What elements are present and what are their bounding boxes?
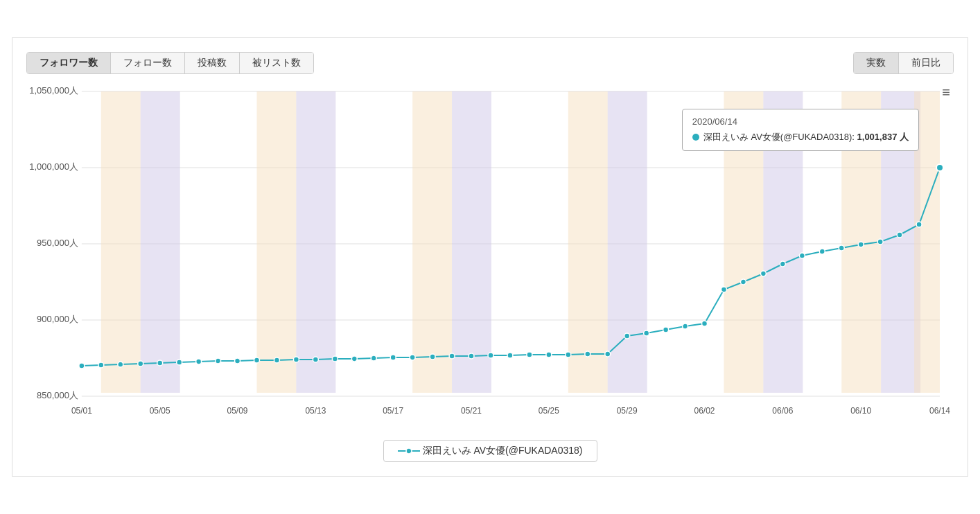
svg-text:1,050,000人: 1,050,000人 [29,85,78,96]
svg-point-27 [138,361,143,366]
svg-point-46 [507,353,513,358]
svg-point-41 [410,355,415,360]
svg-point-63 [839,245,844,251]
svg-point-82 [406,448,412,454]
svg-text:05/01: 05/01 [71,406,92,416]
svg-point-35 [293,357,299,362]
svg-rect-16 [452,91,491,396]
svg-point-45 [488,353,493,358]
svg-rect-14 [296,91,335,396]
svg-point-44 [469,353,474,359]
svg-point-47 [527,352,532,357]
svg-point-67 [916,222,922,227]
svg-point-26 [118,362,123,367]
svg-rect-12 [141,91,180,396]
svg-text:06/06: 06/06 [772,406,793,416]
svg-point-43 [449,353,455,359]
svg-point-65 [877,239,883,245]
chart-legend: 深田えいみ AV女優(@FUKADA0318) [383,440,597,462]
svg-point-42 [430,354,435,360]
svg-rect-20 [763,91,803,396]
svg-text:06/14: 06/14 [929,406,950,416]
tab-following[interactable]: フォロー数 [111,53,185,73]
svg-point-59 [760,271,766,276]
svg-point-58 [740,279,746,285]
legend-label: 深田えいみ AV女優(@FUKADA0318) [423,445,583,457]
svg-point-33 [254,357,260,363]
svg-point-61 [799,253,805,258]
legend-line-icon [398,446,420,456]
toolbar: フォロワー数 フォロー数 投稿数 被リスト数 実数 前日比 [26,52,954,74]
svg-rect-15 [412,91,452,396]
svg-rect-13 [257,91,297,396]
svg-text:05/25: 05/25 [539,406,559,416]
svg-rect-0 [82,88,940,393]
svg-text:1,000,000人: 1,000,000人 [29,161,78,172]
svg-text:850,000人: 850,000人 [37,390,78,400]
svg-point-62 [819,249,825,254]
svg-rect-19 [724,91,763,396]
svg-rect-17 [568,91,608,396]
svg-text:900,000人: 900,000人 [37,314,78,324]
tab-listed[interactable]: 被リスト数 [240,53,313,73]
svg-text:06/02: 06/02 [694,406,715,416]
svg-point-30 [196,359,202,364]
tab-delta[interactable]: 前日比 [899,53,953,73]
metric-tabs[interactable]: フォロワー数 フォロー数 投稿数 被リスト数 [26,52,314,74]
svg-point-57 [721,287,727,292]
svg-text:05/21: 05/21 [461,406,482,416]
svg-point-50 [585,351,590,357]
tab-absolute[interactable]: 実数 [854,53,899,73]
svg-text:06/10: 06/10 [850,406,871,416]
svg-point-24 [79,363,85,369]
svg-point-39 [371,355,376,361]
chart-area: 1,050,000人 1,000,000人 950,000人 900,000人 … [26,81,954,434]
svg-text:05/13: 05/13 [305,406,326,416]
svg-text:05/17: 05/17 [383,406,403,416]
svg-point-55 [683,324,688,329]
chart-svg: 1,050,000人 1,000,000人 950,000人 900,000人 … [26,81,954,434]
svg-point-51 [605,351,611,357]
svg-point-52 [624,333,630,339]
svg-point-48 [546,352,552,357]
svg-point-64 [858,242,864,247]
svg-point-37 [332,356,338,362]
svg-point-56 [702,321,708,326]
svg-text:05/05: 05/05 [150,406,170,416]
tab-posts[interactable]: 投稿数 [185,53,240,73]
svg-point-38 [351,356,357,362]
tab-followers[interactable]: フォロワー数 [27,53,111,73]
svg-point-28 [157,360,163,366]
svg-point-54 [663,327,669,333]
svg-rect-23 [914,91,940,396]
svg-text:05/09: 05/09 [227,406,248,416]
legend-line-item: 深田えいみ AV女優(@FUKADA0318) [398,445,583,457]
svg-point-34 [274,357,279,363]
hamburger-menu-icon[interactable]: ≡ [942,85,950,100]
svg-point-66 [897,232,902,238]
svg-point-36 [313,357,318,362]
main-container: フォロワー数 フォロー数 投稿数 被リスト数 実数 前日比 ≡ 1,050,0 [12,37,968,477]
chart-wrapper: ≡ 1,050,000人 1,000,000人 950,000人 900,000… [26,81,954,462]
svg-point-29 [177,360,182,365]
view-mode-tabs[interactable]: 実数 前日比 [853,52,954,74]
svg-point-40 [390,355,396,360]
svg-point-31 [216,358,221,364]
svg-rect-18 [608,91,647,396]
svg-point-49 [566,352,571,357]
svg-point-53 [644,330,649,336]
svg-point-25 [98,362,104,368]
svg-point-60 [780,261,785,267]
svg-point-32 [235,358,240,364]
svg-text:950,000人: 950,000人 [37,238,78,248]
svg-point-68 [936,164,943,171]
svg-text:05/29: 05/29 [617,406,638,416]
svg-rect-11 [101,91,141,396]
